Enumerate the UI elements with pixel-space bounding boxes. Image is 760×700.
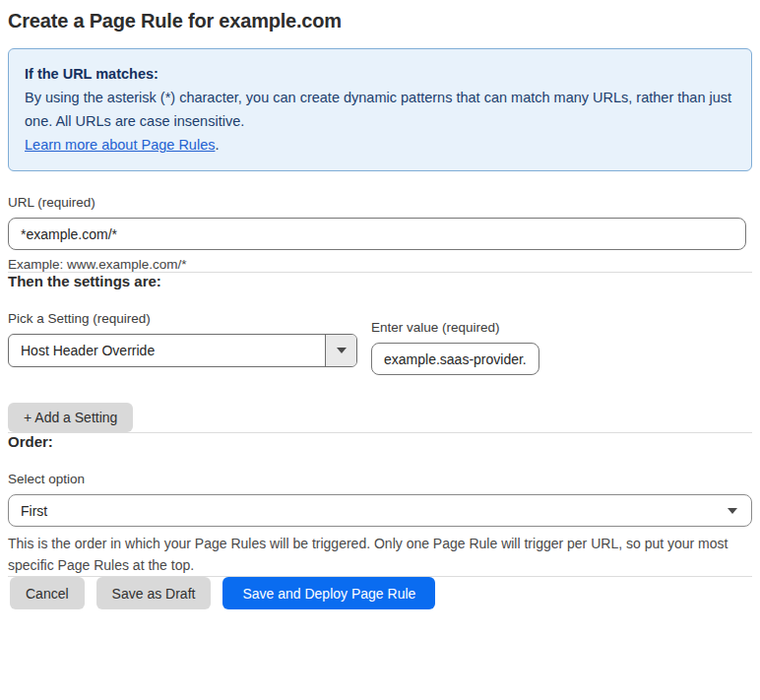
setting-value-label: Enter value (required)	[371, 320, 539, 335]
save-deploy-button[interactable]: Save and Deploy Page Rule	[222, 577, 435, 609]
url-example-text: Example: www.example.com/*	[8, 257, 752, 272]
form-actions: Cancel Save as Draft Save and Deploy Pag…	[8, 577, 752, 609]
cancel-button[interactable]: Cancel	[10, 577, 85, 609]
order-select[interactable]: First	[8, 494, 752, 527]
info-box-link-line: Learn more about Page Rules.	[25, 133, 735, 157]
settings-heading: Then the settings are:	[8, 273, 752, 289]
setting-picker-column: Pick a Setting (required) Host Header Ov…	[8, 311, 357, 367]
info-box-body-text: By using the asterisk (*) character, you…	[25, 90, 731, 129]
save-draft-button[interactable]: Save as Draft	[96, 577, 212, 609]
setting-select-value: Host Header Override	[9, 335, 325, 366]
setting-select[interactable]: Host Header Override	[8, 334, 357, 367]
setting-value-input[interactable]	[371, 343, 539, 375]
page-title: Create a Page Rule for example.com	[8, 10, 752, 32]
url-match-info-box: If the URL matches: By using the asteris…	[8, 48, 752, 171]
order-heading: Order:	[8, 433, 752, 450]
setting-select-arrow-button[interactable]	[325, 335, 356, 366]
order-select-value: First	[21, 503, 47, 519]
caret-down-icon	[337, 348, 347, 353]
setting-value-column: Enter value (required)	[371, 311, 539, 375]
url-label: URL (required)	[8, 195, 752, 210]
url-input[interactable]	[8, 218, 746, 250]
caret-down-icon	[728, 508, 737, 514]
link-period: .	[215, 137, 219, 153]
page-rule-form: Create a Page Rule for example.com If th…	[0, 0, 760, 609]
add-setting-button[interactable]: + Add a Setting	[8, 403, 133, 432]
order-help-text: This is the order in which your Page Rul…	[8, 533, 736, 576]
info-box-heading: If the URL matches:	[25, 62, 735, 86]
learn-more-link[interactable]: Learn more about Page Rules	[25, 137, 215, 153]
order-select-label: Select option	[8, 472, 752, 486]
info-box-body: By using the asterisk (*) character, you…	[25, 86, 735, 133]
setting-row: Pick a Setting (required) Host Header Ov…	[8, 311, 752, 375]
setting-picker-label: Pick a Setting (required)	[8, 311, 357, 326]
